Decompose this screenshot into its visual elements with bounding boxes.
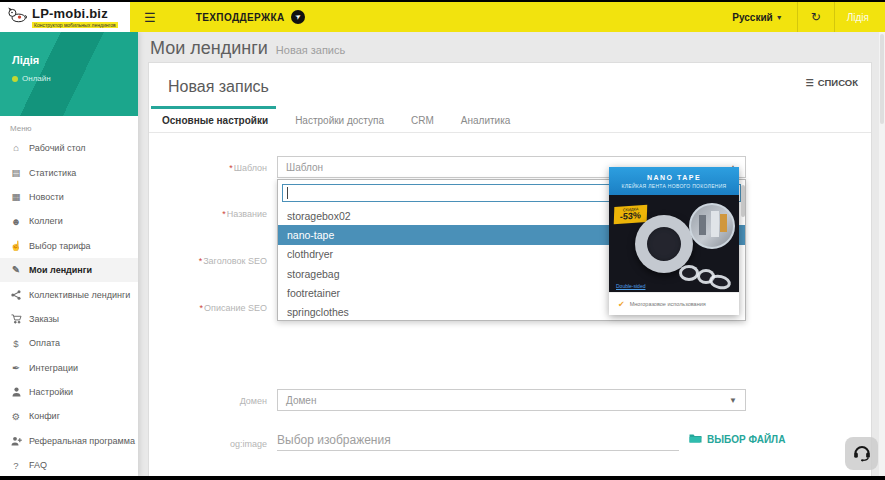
sidebar-item-tariff[interactable]: ☝ Выбор тарифа	[0, 234, 138, 258]
page-scrollbar[interactable]	[879, 32, 885, 476]
folder-icon	[689, 433, 702, 445]
sidebar-item-integrations[interactable]: ✒ Интеграции	[0, 356, 138, 380]
card-title: Новая запись	[168, 78, 269, 96]
tab-crm[interactable]: CRM	[411, 106, 434, 132]
hamburger-menu-icon[interactable]: ☰	[144, 10, 156, 25]
support-link[interactable]: ТЕХПОДДЕРЖКА ➤	[196, 10, 305, 24]
domain-select-placeholder: Домен	[286, 395, 316, 406]
page-title: Мои лендинги	[150, 38, 268, 59]
topbar-username[interactable]: Лідія	[835, 12, 885, 23]
online-status-dot	[12, 76, 18, 82]
gears-icon: ⚙	[10, 412, 22, 422]
refresh-icon[interactable]: ↻	[798, 10, 834, 24]
sidebar-item-my-landings[interactable]: ✎ Мои лендинги	[0, 258, 138, 282]
menu-section-label: Меню	[0, 116, 138, 136]
tape-ring	[679, 265, 699, 281]
sidebar-item-referral[interactable]: Реферальная программа	[0, 429, 138, 453]
check-icon: ✔	[618, 300, 625, 309]
sidebar-item-config[interactable]: ⚙ Конфиг	[0, 404, 138, 428]
preview-image: СКИДКА -53% Double-sided	[609, 195, 739, 292]
domain-select[interactable]: Домен ▼	[277, 389, 746, 411]
share-icon	[10, 289, 22, 299]
preview-title: NANO TAPE	[647, 174, 701, 181]
tape-ring	[708, 273, 733, 292]
tab-main-settings[interactable]: Основные настройки	[162, 106, 268, 132]
domain-label: Домен	[149, 396, 267, 406]
colleagues-icon: ☻	[10, 217, 22, 227]
tab-analytics[interactable]: Аналитика	[461, 106, 511, 132]
template-preview: NANO TAPE КЛЕЙКАЯ ЛЕНТА НОВОГО ПОКОЛЕНИЯ…	[609, 167, 739, 315]
sidebar-username: Лідія	[12, 54, 138, 66]
discount-badge: СКИДКА -53%	[614, 205, 648, 224]
news-icon: ▦	[10, 192, 22, 202]
new-record-card: Новая запись ☰ СПИСОК Основные настройки…	[148, 62, 872, 476]
logo-dog-icon	[7, 6, 27, 28]
og-image-label: og:image	[149, 439, 267, 449]
cart-icon	[10, 314, 22, 324]
logo-tagline: Конструктор мобильных лендингов	[32, 22, 118, 28]
breadcrumb: Мои лендинги Новая запись	[150, 38, 345, 59]
user-icon	[10, 387, 22, 397]
template-label: Шаблон	[149, 163, 267, 173]
online-status-label: Онлайн	[22, 74, 51, 83]
support-chat-widget[interactable]	[845, 437, 878, 470]
statistics-icon: ▤	[10, 168, 22, 178]
tab-access-settings[interactable]: Настройки доступа	[295, 106, 384, 132]
preview-subtitle: КЛЕЙКАЯ ЛЕНТА НОВОГО ПОКОЛЕНИЯ	[621, 183, 726, 189]
sidebar-item-faq[interactable]: ? FAQ	[0, 453, 138, 476]
language-label: Русский	[732, 12, 772, 23]
referral-icon	[10, 436, 22, 446]
tape-roll-image	[635, 215, 693, 273]
logo[interactable]: LP-mobi.biz Конструктор мобильных лендин…	[0, 2, 130, 32]
topbar: ☰ ТЕХПОДДЕРЖКА ➤ Русский ▼ ↻ Лідія	[130, 2, 885, 32]
sidebar-item-statistics[interactable]: ▤ Статистика	[0, 160, 138, 184]
tariff-icon: ☝	[10, 241, 22, 251]
sidebar-menu: ⌂ Рабочий стол ▤ Статистика ▦ Новости ☻ …	[0, 136, 138, 476]
dropdown-scrollbar[interactable]	[741, 185, 745, 217]
breadcrumb-current: Новая запись	[276, 44, 345, 56]
list-button[interactable]: ☰ СПИСОК	[806, 77, 858, 88]
name-label: Название	[149, 209, 267, 219]
payment-icon: $	[10, 339, 22, 349]
language-select[interactable]: Русский ▼	[718, 2, 796, 32]
sidebar-item-dashboard[interactable]: ⌂ Рабочий стол	[0, 136, 138, 160]
og-image-input[interactable]	[277, 429, 679, 451]
sidebar-item-news[interactable]: ▦ Новости	[0, 185, 138, 209]
preview-footer: ✔ Многоразовое использования	[609, 292, 739, 315]
preview-feature: Многоразовое использования	[630, 301, 706, 307]
chevron-down-icon: ▼	[729, 396, 737, 405]
support-label: ТЕХПОДДЕРЖКА	[196, 12, 285, 23]
sidebar-item-collective-landings[interactable]: Коллективные лендинги	[0, 282, 138, 306]
logo-title: LP-mobi.biz	[32, 6, 118, 21]
sidebar-item-orders[interactable]: Заказы	[0, 307, 138, 331]
sidebar-item-settings[interactable]: Настройки	[0, 380, 138, 404]
template-select-placeholder: Шаблон	[286, 162, 323, 173]
telegram-icon: ➤	[291, 10, 305, 24]
integrations-icon: ✒	[10, 363, 22, 373]
headset-icon	[852, 442, 872, 466]
preview-header: NANO TAPE КЛЕЙКАЯ ЛЕНТА НОВОГО ПОКОЛЕНИЯ	[609, 167, 739, 195]
chevron-down-icon: ▼	[776, 14, 783, 21]
landings-icon: ✎	[10, 265, 22, 275]
tab-bar: Основные настройки Настройки доступа CRM…	[149, 106, 871, 133]
choose-file-button[interactable]: ВЫБОР ФАЙЛА	[689, 433, 785, 445]
app-window: LP-mobi.biz Конструктор мобильных лендин…	[0, 2, 885, 476]
desktop-icon: ⌂	[10, 143, 22, 153]
preview-link: Double-sided	[616, 283, 645, 289]
preview-inset-circle	[689, 203, 735, 249]
sidebar-user-panel: Лідія Онлайн	[0, 32, 138, 116]
sidebar: Лідія Онлайн Меню ⌂ Рабочий стол ▤ Стати…	[0, 32, 138, 476]
list-icon: ☰	[806, 78, 814, 88]
sidebar-item-payment[interactable]: $ Оплата	[0, 331, 138, 355]
question-icon: ?	[10, 461, 22, 471]
seo-title-label: Заголовок SEO	[149, 256, 267, 266]
seo-description-label: Описание SEO	[149, 303, 267, 313]
text-cursor	[287, 187, 288, 199]
sidebar-item-colleagues[interactable]: ☻ Коллеги	[0, 209, 138, 233]
